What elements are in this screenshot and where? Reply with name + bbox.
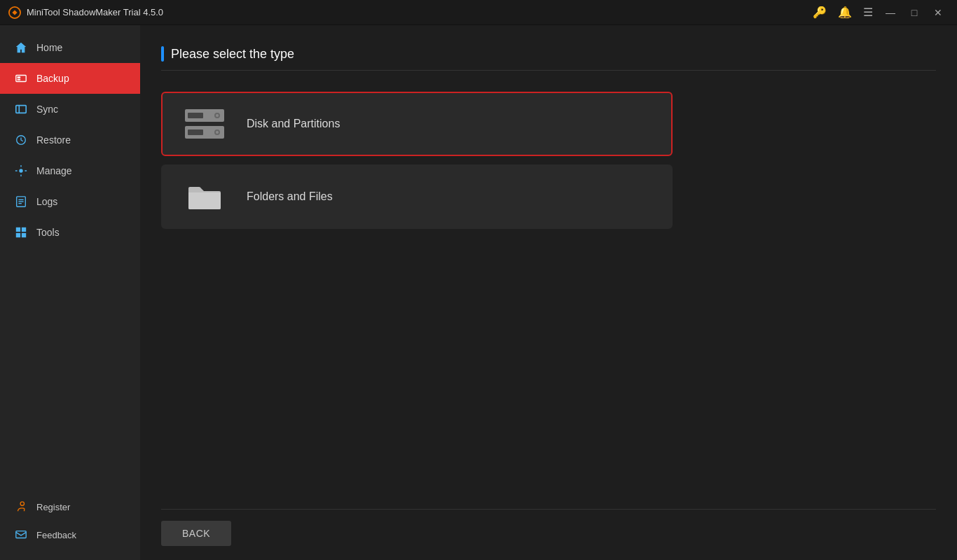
header-accent-bar <box>161 46 164 62</box>
content-area: Please select the type <box>140 25 957 560</box>
sidebar-label-logs: Logs <box>36 196 57 207</box>
bottom-bar: BACK <box>161 509 936 546</box>
disk-icon <box>184 107 226 141</box>
sidebar-label-manage: Manage <box>36 165 72 176</box>
sidebar: Home Backup Sync Restore <box>0 25 140 560</box>
sidebar-label-home: Home <box>36 42 62 53</box>
tools-icon <box>14 225 28 239</box>
svg-point-20 <box>216 114 219 117</box>
back-button[interactable]: BACK <box>161 521 231 546</box>
folder-icon <box>184 180 226 214</box>
title-bar-left: MiniTool ShadowMaker Trial 4.5.0 <box>8 6 163 19</box>
app-title: MiniTool ShadowMaker Trial 4.5.0 <box>27 7 163 18</box>
svg-point-7 <box>19 169 22 172</box>
svg-rect-12 <box>16 227 20 232</box>
home-icon <box>14 41 28 55</box>
sidebar-item-restore[interactable]: Restore <box>0 125 140 155</box>
svg-rect-14 <box>16 233 20 237</box>
feedback-icon <box>14 528 28 542</box>
page-title: Please select the type <box>171 47 294 62</box>
svg-rect-18 <box>188 113 203 118</box>
app-logo <box>8 6 21 19</box>
svg-point-24 <box>216 131 219 134</box>
sidebar-label-sync: Sync <box>36 104 58 115</box>
maximize-button[interactable]: □ <box>904 4 925 21</box>
main-layout: Home Backup Sync Restore <box>0 25 957 560</box>
title-bar-controls: 🔑 🔔 ☰ — □ ✕ <box>808 3 949 22</box>
sidebar-item-home[interactable]: Home <box>0 32 140 63</box>
sidebar-bottom: Register Feedback <box>0 493 140 560</box>
sidebar-item-logs[interactable]: Logs <box>0 186 140 217</box>
sync-icon <box>14 102 28 116</box>
disk-partitions-card[interactable]: Disk and Partitions <box>161 92 673 156</box>
sidebar-label-tools: Tools <box>36 227 60 238</box>
bell-icon[interactable]: 🔔 <box>834 3 856 22</box>
disk-partitions-label: Disk and Partitions <box>247 118 340 130</box>
sidebar-item-manage[interactable]: Manage <box>0 155 140 186</box>
sidebar-item-sync[interactable]: Sync <box>0 94 140 125</box>
folders-files-card[interactable]: Folders and Files <box>161 164 673 229</box>
svg-rect-15 <box>22 233 26 237</box>
svg-rect-2 <box>18 76 21 78</box>
sidebar-label-register: Register <box>36 502 70 512</box>
logs-icon <box>14 195 28 209</box>
type-cards: Disk and Partitions Folders and Files <box>161 92 936 509</box>
svg-rect-22 <box>188 130 203 135</box>
svg-rect-16 <box>16 531 26 538</box>
page-header: Please select the type <box>161 46 936 71</box>
sidebar-label-feedback: Feedback <box>36 530 76 540</box>
title-bar: MiniTool ShadowMaker Trial 4.5.0 🔑 🔔 ☰ —… <box>0 0 957 25</box>
sidebar-label-backup: Backup <box>36 73 69 84</box>
svg-rect-4 <box>16 106 26 113</box>
key-icon[interactable]: 🔑 <box>808 3 831 22</box>
sidebar-item-feedback[interactable]: Feedback <box>0 521 140 549</box>
sidebar-item-register[interactable]: Register <box>0 493 140 521</box>
backup-icon <box>14 71 28 85</box>
sidebar-nav: Home Backup Sync Restore <box>0 25 140 493</box>
restore-icon <box>14 133 28 147</box>
svg-rect-13 <box>22 227 26 232</box>
sidebar-item-tools[interactable]: Tools <box>0 217 140 248</box>
register-icon <box>14 500 28 514</box>
folders-files-label: Folders and Files <box>247 190 333 203</box>
sidebar-label-restore: Restore <box>36 134 71 146</box>
manage-icon <box>14 164 28 178</box>
svg-rect-3 <box>18 79 21 80</box>
minimize-button[interactable]: — <box>880 4 901 21</box>
menu-icon[interactable]: ☰ <box>859 3 877 22</box>
close-button[interactable]: ✕ <box>928 4 949 21</box>
sidebar-item-backup[interactable]: Backup <box>0 63 140 94</box>
